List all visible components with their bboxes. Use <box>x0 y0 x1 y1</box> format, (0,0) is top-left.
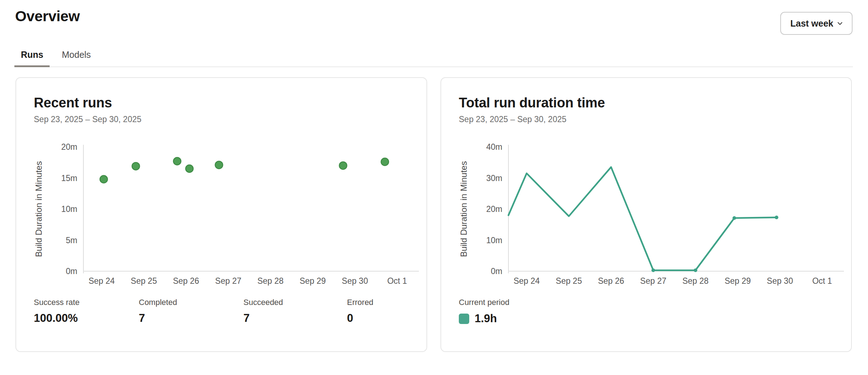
y-tick-label: 0m <box>66 267 77 276</box>
active-tab-underline <box>14 65 50 67</box>
y-tick-label: 40m <box>486 143 502 152</box>
line-point-marker <box>732 216 736 220</box>
duration-line <box>508 167 777 270</box>
stat-label: Success rate <box>34 298 79 307</box>
x-tick-label: Sep 25 <box>131 276 157 286</box>
chevron-down-icon <box>835 19 845 28</box>
scatter-point <box>339 162 347 169</box>
recent-runs-date-range: Sep 23, 2025 – Sep 30, 2025 <box>34 115 141 124</box>
stat-value: 100.00% <box>34 312 79 325</box>
legend-label: Current period <box>459 298 510 307</box>
x-tick-label: Sep 26 <box>173 276 199 286</box>
y-tick-label: 10m <box>61 204 77 214</box>
stat-value: 0 <box>347 312 373 325</box>
stat-value: 7 <box>139 312 177 325</box>
tabs-divider <box>14 66 853 67</box>
y-tick-label: 5m <box>66 236 77 245</box>
y-tick-label: 30m <box>486 173 502 183</box>
stat-value: 7 <box>243 312 283 325</box>
y-tick-label: 0m <box>491 267 502 276</box>
stat-success-rate: Success rate 100.00% <box>34 298 79 325</box>
chart-legend: Current period 1.9h <box>459 298 510 325</box>
total-run-duration-title: Total run duration time <box>459 95 605 111</box>
y-axis-title: Build Duration in Minutes <box>34 161 44 257</box>
y-tick-label: 20m <box>486 204 502 214</box>
legend-value: 1.9h <box>475 312 497 325</box>
x-tick-label: Oct 1 <box>387 276 407 286</box>
period-selector-button[interactable]: Last week <box>780 12 853 35</box>
x-tick-label: Sep 28 <box>682 276 709 286</box>
x-tick-label: Sep 24 <box>88 276 115 286</box>
stat-label: Succeeded <box>243 298 283 307</box>
x-tick-label: Sep 26 <box>598 276 624 286</box>
x-tick-label: Sep 25 <box>556 276 582 286</box>
scatter-point <box>100 175 108 183</box>
x-tick-label: Sep 30 <box>767 276 793 286</box>
y-tick-label: 10m <box>486 236 502 245</box>
line-point-marker <box>694 268 697 272</box>
stat-label: Errored <box>347 298 373 307</box>
tab-runs[interactable]: Runs <box>21 50 44 60</box>
total-run-duration-card: Total run duration time Sep 23, 2025 – S… <box>440 77 852 352</box>
x-tick-label: Sep 24 <box>513 276 540 286</box>
tab-models[interactable]: Models <box>62 50 91 60</box>
recent-runs-card: Recent runs Sep 23, 2025 – Sep 30, 2025 … <box>15 77 427 352</box>
y-tick-label: 20m <box>61 143 77 152</box>
y-tick-label: 15m <box>61 173 77 183</box>
scatter-point <box>173 157 181 165</box>
total-run-duration-date-range: Sep 23, 2025 – Sep 30, 2025 <box>459 115 566 124</box>
scatter-point <box>132 162 140 170</box>
page-title: Overview <box>15 8 80 25</box>
x-tick-label: Sep 30 <box>342 276 368 286</box>
stat-completed: Completed 7 <box>139 298 177 325</box>
scatter-point <box>186 165 193 172</box>
total-run-duration-line-chart: 0m10m20m30m40mSep 24Sep 25Sep 26Sep 27Se… <box>441 143 851 297</box>
x-tick-label: Sep 28 <box>257 276 284 286</box>
x-tick-label: Sep 27 <box>215 276 241 286</box>
legend-color-swatch <box>459 314 469 324</box>
scatter-point <box>215 161 223 169</box>
x-tick-label: Sep 29 <box>300 276 326 286</box>
x-tick-label: Oct 1 <box>812 276 832 286</box>
line-point-marker <box>652 268 655 272</box>
period-selector-label: Last week <box>790 18 833 29</box>
x-tick-label: Sep 29 <box>725 276 751 286</box>
x-tick-label: Sep 27 <box>640 276 666 286</box>
recent-runs-scatter-chart: 0m5m10m15m20mSep 24Sep 25Sep 26Sep 27Sep… <box>16 143 426 297</box>
recent-runs-title: Recent runs <box>34 95 112 111</box>
line-point-marker <box>775 216 778 219</box>
scatter-point <box>381 158 389 166</box>
stat-succeeded: Succeeded 7 <box>243 298 283 325</box>
stat-label: Completed <box>139 298 177 307</box>
stat-errored: Errored 0 <box>347 298 373 325</box>
y-axis-title: Build Duration in Minutes <box>459 161 469 257</box>
